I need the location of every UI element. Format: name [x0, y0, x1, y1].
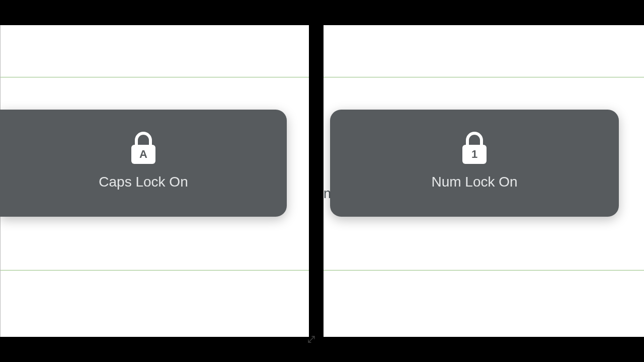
- divider-line: [1, 77, 309, 77]
- letterbox-top: [0, 0, 644, 25]
- divider-line: [324, 270, 644, 270]
- lock-num-icon: 1: [462, 132, 487, 164]
- lock-glyph: 1: [471, 149, 477, 160]
- divider-line: [1, 270, 309, 270]
- num-lock-toast: 1 Num Lock On: [330, 110, 619, 217]
- num-lock-label: Num Lock On: [431, 174, 517, 190]
- screenshot-stage: to USB devices ng to USB devices A Caps …: [0, 0, 644, 362]
- caps-lock-toast: A Caps Lock On: [0, 110, 287, 217]
- lock-glyph: A: [139, 149, 147, 160]
- resize-icon[interactable]: [307, 335, 316, 344]
- divider-line: [324, 77, 644, 77]
- letterbox-bottom: [0, 337, 644, 362]
- caps-lock-label: Caps Lock On: [99, 174, 188, 190]
- lock-caps-icon: A: [131, 132, 155, 164]
